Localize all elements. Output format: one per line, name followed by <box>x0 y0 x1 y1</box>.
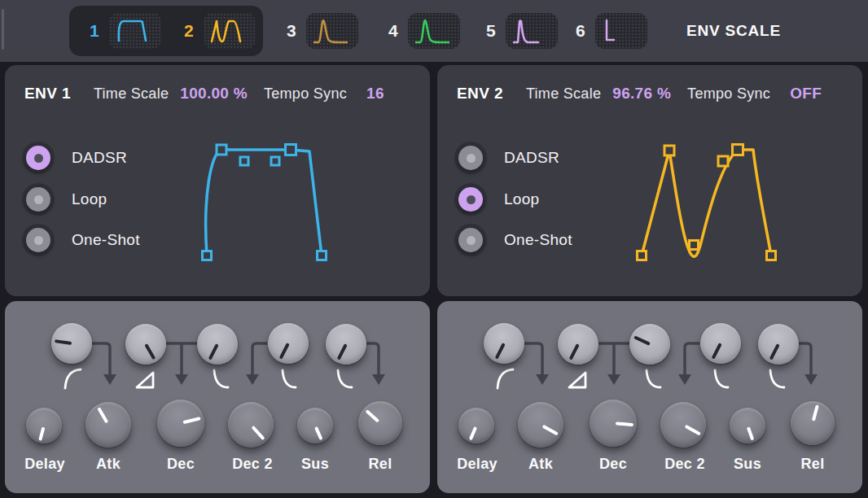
knob-label-release: Rel <box>776 456 849 473</box>
knob-label-delay: Delay <box>8 456 81 473</box>
panel-edge-divider <box>2 9 4 50</box>
sustain-knob[interactable] <box>730 408 765 443</box>
release-curve-knob[interactable] <box>758 324 799 365</box>
envelope-handle[interactable] <box>286 145 296 155</box>
envelope-handle[interactable] <box>664 146 674 155</box>
release-curve-knob[interactable] <box>326 324 366 365</box>
envelope-handle[interactable] <box>690 241 699 250</box>
attack-knob[interactable] <box>85 402 131 448</box>
envelope-handle[interactable] <box>718 156 728 166</box>
delay-knob[interactable] <box>26 408 62 443</box>
rise-curve-icon <box>498 369 513 388</box>
env1-knob-section: Delay Atk Dec Dec 2 Sus Rel <box>5 301 430 493</box>
envelope-handle[interactable] <box>217 145 226 155</box>
delay-curve-knob[interactable] <box>51 323 92 364</box>
ramp-triangle-icon <box>569 373 585 387</box>
envelope-handle[interactable] <box>240 157 248 165</box>
env2-display-section: ENV 2 Time Scale 96.76 % Tempo Sync OFF … <box>437 65 862 296</box>
knob-label-delay: Delay <box>441 456 514 473</box>
decay-knob[interactable] <box>590 400 637 447</box>
ramp-triangle-icon <box>137 373 153 387</box>
decay-curve-icon <box>770 370 784 387</box>
attack-curve-knob[interactable] <box>558 324 598 365</box>
decay-curve-icon <box>283 370 296 387</box>
env1-panel: ENV 1 Time Scale 100.00 % Tempo Sync 16 … <box>5 0 430 498</box>
delay-knob[interactable] <box>458 408 494 443</box>
knob-label-decay: Dec <box>576 456 650 473</box>
envelope-display[interactable] <box>437 65 862 296</box>
envelope-handle[interactable] <box>638 251 647 260</box>
release-knob[interactable] <box>791 401 835 445</box>
knob-label-attack: Atk <box>504 456 577 473</box>
envelope-handle[interactable] <box>733 145 743 155</box>
decay2-knob[interactable] <box>660 402 706 448</box>
decay2-curve-knob[interactable] <box>700 323 741 364</box>
synth-envelope-section: { "colors": { "accent_purple": "#cda3ef"… <box>0 0 868 498</box>
decay2-curve-knob[interactable] <box>268 323 309 364</box>
knob-label-decay: Dec <box>144 456 217 473</box>
decay-curve-icon <box>647 370 660 387</box>
knob-label-sustain: Sus <box>278 456 352 473</box>
decay2-knob[interactable] <box>228 402 274 448</box>
decay-curve-icon <box>214 370 228 387</box>
envelope-handle[interactable] <box>767 251 776 260</box>
decay-curve-knob[interactable] <box>629 324 670 365</box>
attack-curve-knob[interactable] <box>125 324 166 365</box>
attack-knob[interactable] <box>518 402 563 448</box>
decay-curve-icon <box>715 370 728 387</box>
env2-knob-section: Delay Atk Dec Dec 2 Sus Rel <box>437 301 862 493</box>
env2-panel: ENV 2 Time Scale 96.76 % Tempo Sync OFF … <box>437 0 862 498</box>
env1-display-section: ENV 1 Time Scale 100.00 % Tempo Sync 16 … <box>5 65 430 296</box>
envelope-handle[interactable] <box>318 251 327 260</box>
envelope-handle[interactable] <box>271 157 279 165</box>
decay-curve-icon <box>338 370 352 387</box>
sustain-knob[interactable] <box>297 408 333 443</box>
envelope-display[interactable] <box>5 65 430 296</box>
envelope-handle[interactable] <box>203 251 212 260</box>
release-knob[interactable] <box>358 401 402 445</box>
knob-label-attack: Atk <box>72 456 145 473</box>
knob-label-sustain: Sus <box>711 456 784 473</box>
decay-knob[interactable] <box>157 400 204 447</box>
rise-curve-icon <box>65 369 81 388</box>
decay-curve-knob[interactable] <box>197 324 238 365</box>
delay-curve-knob[interactable] <box>484 323 524 364</box>
knob-label-release: Rel <box>344 456 417 473</box>
